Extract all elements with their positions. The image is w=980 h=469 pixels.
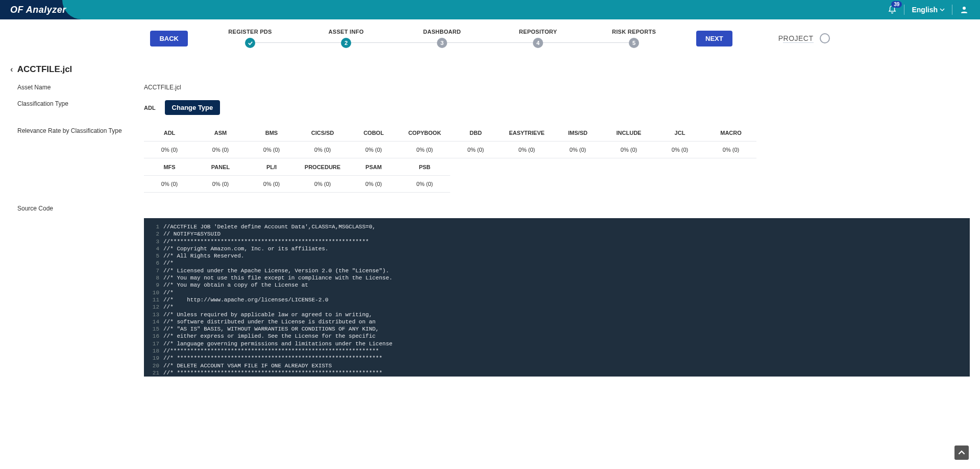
line-number: 4 (148, 245, 159, 252)
step-circle: 2 (341, 38, 351, 48)
divider (904, 5, 904, 15)
step-4[interactable]: REPOSITORY4 (490, 29, 586, 48)
rel-col-head: EASYTRIEVE (501, 124, 552, 142)
class-type-row: ADL Change Type (144, 100, 970, 115)
source-code-label: Source Code (17, 205, 970, 212)
source-code-viewer[interactable]: 1//ACCTFILE JOB 'Delete define Account D… (144, 218, 970, 377)
svg-point-0 (963, 7, 966, 10)
step-label: RISK REPORTS (612, 29, 656, 35)
asset-name-value: ACCTFILE.jcl (144, 84, 970, 91)
code-line: 10//* (148, 289, 966, 296)
line-number: 18 (148, 347, 159, 355)
rel-col-head: BMS (246, 124, 297, 142)
rel-col-val: 0% (0) (144, 176, 195, 193)
code-text: //* Licensed under the Apache License, V… (163, 267, 389, 274)
user-icon (960, 5, 969, 14)
code-text: //* ************************************… (163, 355, 382, 362)
step-circle (245, 38, 255, 48)
code-line: 19//* **********************************… (148, 355, 966, 362)
relevance-label: Relevance Rate by Classification Type (17, 127, 144, 134)
step-label: REPOSITORY (519, 29, 557, 35)
rel-col-val: 0% (0) (705, 142, 756, 158)
line-number: 14 (148, 318, 159, 325)
rel-col-val: 0% (0) (501, 142, 552, 158)
step-1[interactable]: REGISTER PDS (202, 29, 298, 48)
code-line: 6//* (148, 260, 966, 267)
step-label: ASSET INFO (329, 29, 364, 35)
rel-col-val: 0% (0) (144, 142, 195, 158)
code-text: //* DELETE ACCOUNT VSAM FILE IF ONE ALRE… (163, 362, 332, 369)
code-text: //* language governing permissions and l… (163, 340, 393, 347)
step-circle: 3 (437, 38, 447, 48)
rel-col-head: JCL (654, 124, 705, 142)
rel-col-val: 0% (0) (297, 142, 348, 158)
language-label: English (912, 6, 938, 14)
code-text: //* (163, 289, 174, 296)
code-line: 21//* **********************************… (148, 369, 966, 377)
top-bar: OF Analyzer 39 English (0, 0, 980, 19)
rel-col-head: ADL (144, 124, 195, 142)
line-number: 12 (148, 303, 159, 311)
code-line: 16//* either express or implied. See the… (148, 333, 966, 340)
project-label: PROJECT (778, 34, 814, 42)
next-button[interactable]: NEXT (696, 31, 732, 46)
chevron-left-icon: ‹ (10, 64, 13, 75)
code-line: 3//*************************************… (148, 238, 966, 245)
line-number: 5 (148, 252, 159, 260)
code-line: 2// NOTIFY=&SYSUID (148, 230, 966, 238)
content-area: ‹ ACCTFILE.jcl Asset Name ACCTFILE.jcl C… (0, 52, 980, 397)
rel-col-val: 0% (0) (246, 176, 297, 193)
back-button[interactable]: BACK (150, 31, 188, 46)
step-3[interactable]: DASHBOARD3 (394, 29, 490, 48)
step-circle: 5 (629, 38, 639, 48)
code-text: //* You may obtain a copy of the License… (163, 282, 308, 289)
code-line: 13//* Unless required by applicable law … (148, 311, 966, 318)
notifications-button[interactable]: 39 (888, 5, 897, 14)
rel-col-head: MFS (144, 158, 195, 176)
step-circle: 4 (533, 38, 543, 48)
rel-col-head: ASM (195, 124, 246, 142)
rel-col-head: PANEL (195, 158, 246, 176)
breadcrumb-title: ACCTFILE.jcl (17, 64, 72, 75)
rel-col-head: COBOL (348, 124, 399, 142)
code-text: //* (163, 260, 174, 267)
code-text: //* Copyright Amazon.com, Inc. or its af… (163, 245, 328, 252)
breadcrumb[interactable]: ‹ ACCTFILE.jcl (10, 64, 970, 75)
code-text: //**************************************… (163, 238, 369, 245)
language-selector[interactable]: English (912, 6, 945, 14)
change-type-button[interactable]: Change Type (165, 100, 220, 115)
code-text: //ACCTFILE JOB 'Delete define Account Da… (163, 223, 376, 230)
code-line: 12//* (148, 303, 966, 311)
step-5[interactable]: RISK REPORTS5 (586, 29, 682, 48)
code-line: 4//* Copyright Amazon.com, Inc. or its a… (148, 245, 966, 252)
code-text: //* "AS IS" BASIS, WITHOUT WARRANTIES OR… (163, 325, 379, 333)
rel-col-val: 0% (0) (450, 142, 501, 158)
code-line: 17//* language governing permissions and… (148, 340, 966, 347)
project-line (783, 42, 814, 43)
code-line: 7//* Licensed under the Apache License, … (148, 267, 966, 274)
rel-col-head: INCLUDE (603, 124, 654, 142)
project-circle[interactable] (820, 33, 830, 43)
code-text: //* ************************************… (163, 369, 382, 377)
line-number: 21 (148, 369, 159, 377)
code-line: 9//* You may obtain a copy of the Licens… (148, 282, 966, 289)
rel-col-val: 0% (0) (399, 142, 450, 158)
code-line: 18//************************************… (148, 347, 966, 355)
line-number: 7 (148, 267, 159, 274)
line-number: 15 (148, 325, 159, 333)
line-number: 19 (148, 355, 159, 362)
code-text: //**************************************… (163, 347, 379, 355)
meta-grid: Asset Name ACCTFILE.jcl Classification T… (17, 84, 970, 193)
brand-title: OF Analyzer (10, 5, 66, 15)
code-text: //* software distributed under the Licen… (163, 318, 376, 325)
rel-col-head: PSB (399, 158, 450, 176)
line-number: 1 (148, 223, 159, 230)
step-2[interactable]: ASSET INFO2 (298, 29, 394, 48)
code-text: //* All Rights Reserved. (163, 252, 244, 260)
line-number: 10 (148, 289, 159, 296)
user-button[interactable] (960, 5, 969, 14)
code-line: 20//* DELETE ACCOUNT VSAM FILE IF ONE AL… (148, 362, 966, 369)
topbar-right: 39 English (888, 5, 980, 15)
code-line: 14//* software distributed under the Lic… (148, 318, 966, 325)
line-number: 17 (148, 340, 159, 347)
